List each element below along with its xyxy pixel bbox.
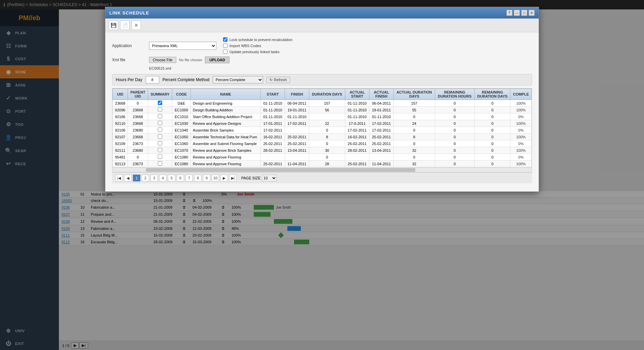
file-input-area: Choose File No file chosen UPLOAD — [149, 57, 229, 63]
percent-complete-select[interactable]: Percent Complete — [213, 76, 263, 83]
col-uid[interactable]: UID — [113, 89, 128, 100]
page-10-btn[interactable]: 10 — [212, 175, 219, 181]
cell-actual-start: 17-02-2011 — [345, 127, 369, 134]
hours-per-day-input[interactable] — [146, 76, 159, 83]
page-size-select[interactable]: 10 25 50 — [262, 175, 277, 181]
application-select[interactable]: Primavera XML — [149, 42, 216, 50]
cell-complete: 100% — [510, 134, 532, 140]
col-start[interactable]: START — [261, 89, 285, 100]
cell-duration-days: 0 — [309, 154, 345, 161]
dialog-body: Application Primavera XML Lock schedule … — [105, 32, 539, 191]
table-row: 92113 23673 EC1080 Review and Approve Fl… — [113, 161, 532, 167]
application-label: Application — [112, 43, 146, 48]
summary-checkbox[interactable] — [158, 114, 162, 118]
page-last-btn[interactable]: ▶| — [229, 175, 237, 181]
cell-duration-days: 28 — [309, 161, 345, 167]
cell-complete: 100% — [510, 100, 532, 107]
page-8-btn[interactable]: 8 — [194, 175, 202, 181]
col-actual-duration-days[interactable]: ACTUAL DURATIONDAYS — [394, 89, 435, 100]
lock-schedule-checkbox[interactable] — [223, 37, 227, 42]
col-summary[interactable]: SUMMARY — [148, 89, 172, 100]
table-scrollbar-thumb[interactable] — [146, 168, 415, 172]
cell-parent-uid: 0 — [128, 154, 148, 161]
dialog-minimize-btn[interactable]: — — [514, 10, 520, 16]
page-2-btn[interactable]: 2 — [142, 175, 149, 181]
cell-summary[interactable] — [148, 120, 172, 127]
cell-summary[interactable] — [148, 134, 172, 140]
page-5-btn[interactable]: 5 — [168, 175, 175, 181]
refresh-button[interactable]: ↻ Refresh — [266, 77, 290, 83]
save-button[interactable]: 💾 — [109, 21, 118, 30]
col-duration-days[interactable]: DURATION DAYS — [309, 89, 345, 100]
summary-checkbox[interactable] — [158, 161, 162, 166]
import-wbs-checkbox[interactable] — [223, 43, 227, 48]
close-button[interactable]: ✕ — [132, 21, 141, 30]
update-tasks-label: Update previously linked tasks — [229, 50, 280, 54]
options-checkboxes: Lock schedule to prevent recalculation I… — [223, 37, 292, 54]
dialog-titlebar: LINK SCHEDULE ? — □ ✕ — [105, 7, 539, 19]
cell-summary[interactable] — [148, 154, 172, 161]
cell-name: Assemble Brick Samples — [191, 127, 261, 134]
cell-actual-finish: 13-04-2011 — [369, 147, 394, 154]
page-3-btn[interactable]: 3 — [150, 175, 158, 181]
page-first-btn[interactable]: |◀ — [115, 175, 123, 181]
summary-checkbox[interactable] — [158, 141, 162, 145]
page-9-btn[interactable]: 9 — [203, 175, 210, 181]
cell-remaining-days: 0 — [474, 120, 510, 127]
cell-actual-start: 16-02-2011 — [345, 134, 369, 140]
dialog-maximize-btn[interactable]: □ — [521, 10, 527, 16]
page-4-btn[interactable]: 4 — [159, 175, 167, 181]
cell-summary[interactable] — [148, 147, 172, 154]
cell-remaining-hours: 0 — [435, 161, 475, 167]
import-wbs-row: Import WBS Codes — [223, 43, 292, 48]
col-finish[interactable]: FINISH — [285, 89, 309, 100]
summary-checkbox[interactable] — [158, 107, 162, 112]
page-prev-btn[interactable]: ◀ — [124, 175, 132, 181]
cell-name: Review and Approve Designs — [191, 120, 261, 127]
dialog-close-btn[interactable]: ✕ — [529, 10, 535, 16]
col-actual-finish[interactable]: ACTUALFINISH — [369, 89, 394, 100]
table-row: 92106 23680 EC1040 Assemble Brick Sample… — [113, 127, 532, 134]
cell-summary[interactable] — [148, 113, 172, 120]
cell-summary[interactable] — [148, 140, 172, 147]
col-remaining-duration-hours[interactable]: REMAININGDURATION HOURS — [435, 89, 475, 100]
new-button[interactable]: 📄 — [120, 21, 130, 30]
summary-checkbox[interactable] — [158, 128, 162, 132]
cell-summary[interactable] — [148, 127, 172, 134]
col-code[interactable]: CODE — [172, 89, 191, 100]
cell-start: 01-11-2010 — [261, 107, 285, 113]
summary-checkbox[interactable] — [158, 134, 162, 139]
page-next-btn[interactable]: ▶ — [220, 175, 228, 181]
update-tasks-checkbox[interactable] — [223, 49, 227, 54]
summary-checkbox[interactable] — [158, 101, 162, 105]
col-remaining-duration-days[interactable]: REMAININGDURATION DAYS — [474, 89, 510, 100]
cell-actual-duration-days: 0 — [394, 140, 435, 147]
page-7-btn[interactable]: 7 — [185, 175, 193, 181]
cell-parent-uid: 23668 — [128, 107, 148, 113]
col-parent-uid[interactable]: PARENTUID — [128, 89, 148, 100]
dialog-help-btn[interactable]: ? — [506, 10, 512, 16]
cell-actual-duration-days: 8 — [394, 134, 435, 140]
page-6-btn[interactable]: 6 — [177, 175, 184, 181]
cell-summary[interactable] — [148, 161, 172, 167]
upload-button[interactable]: UPLOAD — [205, 57, 229, 63]
col-actual-start[interactable]: ACTUALSTART — [345, 89, 369, 100]
cell-complete: 100% — [510, 120, 532, 127]
cell-summary[interactable] — [148, 107, 172, 113]
cell-complete: 0% — [510, 140, 532, 147]
xml-file-row: Xml file Choose File No file chosen UPLO… — [112, 57, 532, 63]
table-scrollbar[interactable] — [112, 168, 532, 172]
cell-finish: 11-04-2011 — [285, 161, 309, 167]
choose-file-button[interactable]: Choose File — [149, 57, 176, 63]
summary-checkbox[interactable] — [158, 121, 162, 125]
col-name[interactable]: NAME — [191, 89, 261, 100]
summary-checkbox[interactable] — [158, 148, 162, 152]
col-complete[interactable]: COMPLE — [510, 89, 532, 100]
cell-duration-days: 56 — [309, 107, 345, 113]
cell-finish: 01-11-2010 — [285, 113, 309, 120]
cell-summary[interactable] — [148, 100, 172, 107]
cell-code: EC1000 — [172, 107, 191, 113]
page-1-btn[interactable]: 1 — [133, 175, 140, 181]
summary-checkbox[interactable] — [158, 154, 162, 159]
cell-actual-duration-days: 32 — [394, 161, 435, 167]
